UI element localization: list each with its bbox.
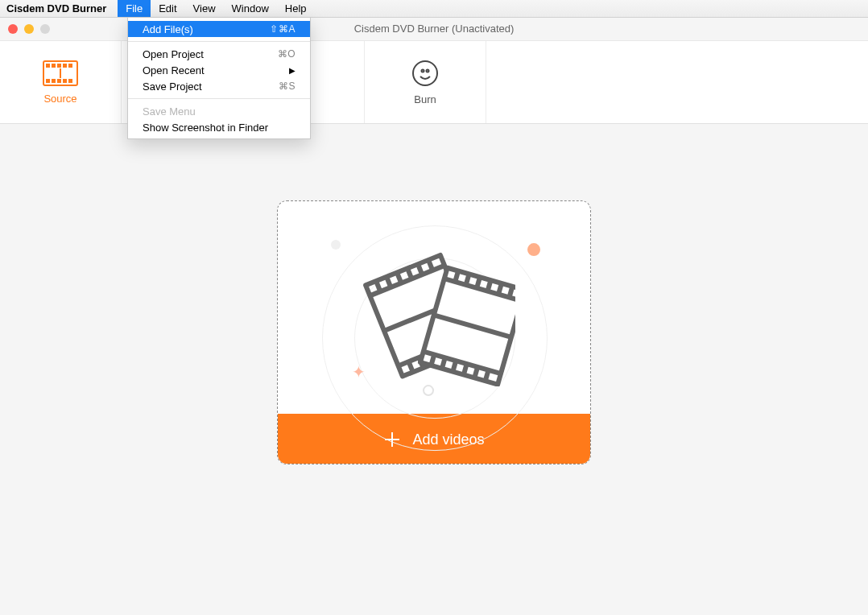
menu-edit[interactable]: Edit [151, 0, 184, 17]
menu-item-label: Save Menu [143, 105, 196, 118]
menu-window[interactable]: Window [224, 0, 277, 17]
video-dropzone[interactable]: ✦ [277, 200, 591, 464]
film-strip-icon [354, 225, 515, 386]
window-title: Cisdem DVD Burner (Unactivated) [354, 18, 515, 40]
svg-line-43 [453, 361, 456, 371]
tab-label: Source [43, 93, 76, 105]
menu-item-label: Open Recent [143, 64, 205, 76]
menu-item-shortcut: ⌘S [279, 80, 296, 92]
menu-help[interactable]: Help [277, 0, 315, 17]
maximize-icon[interactable] [40, 24, 50, 34]
svg-rect-7 [52, 80, 55, 82]
svg-line-22 [407, 268, 411, 279]
content-area: ✦ [0, 124, 868, 615]
svg-line-37 [477, 277, 480, 287]
decoration-dot [331, 240, 341, 250]
close-icon[interactable] [8, 24, 18, 34]
minimize-icon[interactable] [24, 24, 34, 34]
menu-separator [128, 98, 310, 99]
svg-rect-4 [64, 64, 66, 67]
menu-open-recent[interactable]: Open Recent ▶ [128, 62, 310, 78]
svg-rect-9 [64, 80, 66, 82]
svg-line-24 [428, 260, 432, 270]
menu-save-project[interactable]: Save Project ⌘S [128, 78, 310, 94]
svg-line-42 [442, 357, 445, 368]
menu-separator [128, 41, 310, 42]
menu-add-files[interactable]: Add File(s) ⇧⌘A [128, 21, 310, 37]
menu-open-project[interactable]: Open Project ⌘O [128, 46, 310, 62]
svg-line-20 [386, 277, 391, 287]
source-icon [43, 60, 78, 86]
svg-point-12 [413, 61, 437, 85]
svg-line-41 [431, 354, 434, 365]
svg-rect-1 [47, 64, 49, 67]
menu-view[interactable]: View [185, 0, 224, 17]
svg-point-13 [422, 69, 424, 72]
svg-line-19 [376, 281, 380, 291]
svg-line-45 [474, 367, 477, 378]
svg-rect-2 [52, 64, 55, 67]
mac-menu-bar: Cisdem DVD Burner File Edit View Window … [0, 0, 868, 18]
menu-item-shortcut: ⇧⌘A [270, 23, 296, 35]
menu-show-screenshot[interactable]: Show Screenshot in Finder [128, 119, 310, 135]
tab-source[interactable]: Source [0, 41, 122, 123]
svg-line-23 [418, 264, 422, 274]
svg-line-39 [498, 283, 502, 294]
app-name: Cisdem DVD Burner [6, 2, 106, 14]
svg-line-36 [466, 274, 469, 284]
decoration-dot [423, 385, 434, 396]
menu-file[interactable]: File [118, 0, 151, 17]
svg-line-38 [488, 280, 491, 291]
svg-line-40 [510, 287, 513, 297]
burn-icon [411, 60, 439, 87]
menu-item-shortcut: ⌘O [278, 48, 296, 60]
menu-item-label: Save Project [143, 80, 202, 93]
dropzone-illustration: ✦ [278, 201, 590, 414]
svg-rect-5 [69, 64, 72, 67]
svg-line-46 [486, 370, 489, 381]
menu-item-label: Open Project [143, 48, 204, 60]
svg-point-14 [427, 69, 429, 72]
submenu-arrow-icon: ▶ [289, 66, 296, 75]
tab-burn[interactable]: Burn [365, 41, 486, 123]
svg-rect-10 [69, 80, 72, 82]
svg-line-44 [464, 364, 467, 374]
menu-save-menu: Save Menu [128, 103, 310, 119]
decoration-dot [527, 243, 540, 256]
svg-line-21 [397, 273, 401, 283]
svg-rect-8 [58, 80, 60, 82]
file-dropdown: Add File(s) ⇧⌘A Open Project ⌘O Open Rec… [127, 18, 311, 139]
menu-item-label: Show Screenshot in Finder [143, 122, 268, 134]
svg-rect-6 [47, 80, 49, 82]
traffic-lights [0, 24, 50, 34]
svg-line-25 [409, 361, 413, 372]
menu-item-label: Add File(s) [143, 23, 193, 35]
svg-rect-3 [58, 64, 60, 67]
tab-label: Burn [414, 93, 436, 105]
svg-line-35 [455, 271, 458, 282]
